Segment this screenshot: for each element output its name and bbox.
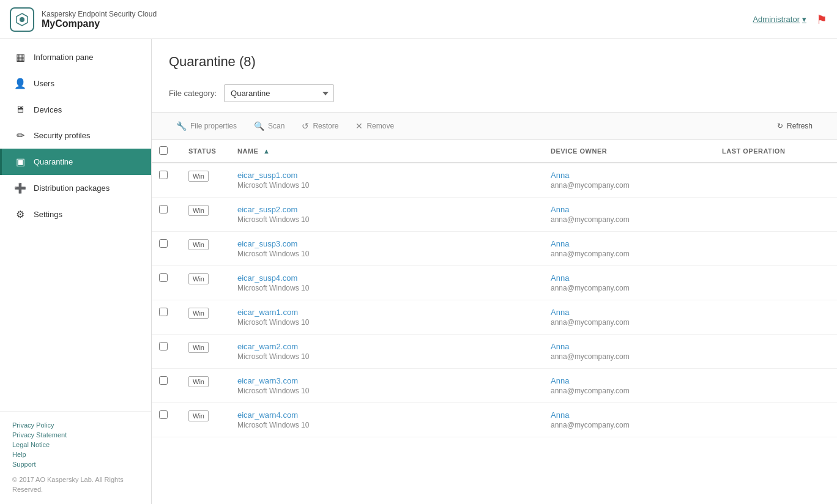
file-name-3[interactable]: eicar_susp4.com	[237, 273, 536, 283]
sidebar-item-label-settings: Settings	[34, 210, 62, 219]
win-badge: Win	[188, 273, 209, 284]
sidebar-support-link[interactable]: Support	[12, 461, 139, 468]
filter-bar: File category: Quarantine Backup All	[152, 80, 837, 112]
table-row: Wineicar_warn2.comMicrosoft Windows 10An…	[152, 335, 837, 369]
sidebar-item-label-devices: Devices	[34, 105, 62, 114]
scan-button[interactable]: 🔍 Scan	[247, 117, 292, 135]
table-row: Wineicar_susp1.comMicrosoft Windows 10An…	[152, 163, 837, 198]
sidebar-privacy-statement-link[interactable]: Privacy Statement	[12, 431, 139, 439]
sidebar-item-distribution-packages[interactable]: ➕Distribution packages	[0, 175, 151, 201]
table-row: Wineicar_warn1.comMicrosoft Windows 10An…	[152, 300, 837, 335]
flag-icon[interactable]: ⚑	[816, 12, 827, 27]
file-os-1: Microsoft Windows 10	[237, 215, 536, 224]
row-last-operation-4	[715, 300, 837, 335]
content-area: Quarantine (8) File category: Quarantine…	[152, 39, 837, 504]
row-name-cell-7: eicar_warn4.comMicrosoft Windows 10	[230, 403, 543, 437]
sidebar-item-label-information-pane: Information pane	[34, 53, 94, 62]
sidebar-help-link[interactable]: Help	[12, 451, 139, 458]
chevron-down-icon: ▾	[802, 15, 806, 24]
restore-button[interactable]: ↺ Restore	[294, 117, 346, 135]
row-status-0: Win	[181, 163, 230, 198]
main-layout: ▦Information pane👤Users🖥Devices✏Security…	[0, 39, 837, 504]
row-checkbox-1[interactable]	[159, 205, 168, 213]
header-name[interactable]: NAME ▲	[230, 140, 543, 163]
file-name-2[interactable]: eicar_susp3.com	[237, 239, 536, 248]
win-badge: Win	[188, 308, 209, 319]
row-checkbox-cell-6	[152, 369, 181, 403]
sidebar-privacy-policy-link[interactable]: Privacy Policy	[12, 421, 139, 429]
page-header: Quarantine (8)	[152, 39, 837, 80]
select-all-checkbox[interactable]	[159, 146, 168, 155]
sidebar-item-security-profiles[interactable]: ✏Security profiles	[0, 122, 151, 149]
file-name-7[interactable]: eicar_warn4.com	[237, 410, 536, 420]
row-owner-cell-6: Annaanna@mycompany.com	[543, 369, 715, 403]
row-checkbox-cell-0	[152, 163, 181, 198]
file-os-2: Microsoft Windows 10	[237, 250, 536, 258]
row-name-cell-0: eicar_susp1.comMicrosoft Windows 10	[230, 163, 543, 198]
sidebar-nav: ▦Information pane👤Users🖥Devices✏Security…	[0, 39, 151, 411]
row-checkbox-4[interactable]	[159, 308, 168, 316]
owner-email-3: anna@mycompany.com	[551, 284, 707, 292]
win-badge: Win	[188, 171, 209, 182]
file-os-5: Microsoft Windows 10	[237, 352, 536, 361]
owner-name-6[interactable]: Anna	[551, 376, 707, 385]
sidebar-item-users[interactable]: 👤Users	[0, 70, 151, 97]
header-checkbox-col	[152, 140, 181, 163]
sidebar-item-quarantine[interactable]: ▣Quarantine	[0, 149, 151, 175]
owner-name-4[interactable]: Anna	[551, 308, 707, 317]
owner-name-2[interactable]: Anna	[551, 239, 707, 248]
file-name-6[interactable]: eicar_warn3.com	[237, 376, 536, 385]
refresh-button[interactable]: ↻ Refresh	[770, 118, 820, 134]
svg-point-0	[20, 17, 24, 22]
file-name-4[interactable]: eicar_warn1.com	[237, 308, 536, 317]
search-icon: 🔍	[254, 121, 264, 131]
refresh-label: Refresh	[787, 122, 813, 130]
row-checkbox-0[interactable]	[159, 171, 168, 179]
file-category-select[interactable]: Quarantine Backup All	[224, 84, 334, 102]
owner-email-1: anna@mycompany.com	[551, 215, 707, 224]
table-header-row: Status NAME ▲ Device owner Last operatio…	[152, 140, 837, 163]
table-row: Wineicar_susp2.comMicrosoft Windows 10An…	[152, 198, 837, 232]
sidebar-item-label-users: Users	[34, 79, 54, 88]
row-status-3: Win	[181, 266, 230, 300]
file-name-1[interactable]: eicar_susp2.com	[237, 205, 536, 214]
row-status-5: Win	[181, 335, 230, 369]
owner-name-1[interactable]: Anna	[551, 205, 707, 214]
distribution-packages-icon: ➕	[14, 182, 26, 194]
header-last-operation: Last operation	[715, 140, 837, 163]
owner-name-5[interactable]: Anna	[551, 342, 707, 351]
sidebar-legal-notice-link[interactable]: Legal Notice	[12, 441, 139, 448]
company-name: MyCompany	[42, 18, 157, 29]
owner-name-3[interactable]: Anna	[551, 273, 707, 283]
row-name-cell-5: eicar_warn2.comMicrosoft Windows 10	[230, 335, 543, 369]
sidebar-item-information-pane[interactable]: ▦Information pane	[0, 44, 151, 70]
owner-name-0[interactable]: Anna	[551, 171, 707, 180]
table-row: Wineicar_susp3.comMicrosoft Windows 10An…	[152, 232, 837, 266]
row-checkbox-6[interactable]	[159, 376, 168, 385]
file-name-0[interactable]: eicar_susp1.com	[237, 171, 536, 180]
file-properties-button[interactable]: 🔧 File properties	[169, 117, 244, 135]
row-status-6: Win	[181, 369, 230, 403]
row-owner-cell-7: Annaanna@mycompany.com	[543, 403, 715, 437]
header-device-owner: Device owner	[543, 140, 715, 163]
remove-label: Remove	[366, 122, 394, 130]
file-name-5[interactable]: eicar_warn2.com	[237, 342, 536, 351]
remove-button[interactable]: ✕ Remove	[348, 117, 401, 135]
users-icon: 👤	[14, 78, 26, 89]
row-owner-cell-2: Annaanna@mycompany.com	[543, 232, 715, 266]
row-checkbox-cell-4	[152, 300, 181, 335]
owner-email-7: anna@mycompany.com	[551, 421, 707, 429]
settings-icon: ⚙	[14, 209, 26, 220]
row-checkbox-5[interactable]	[159, 342, 168, 350]
row-checkbox-3[interactable]	[159, 273, 168, 282]
row-checkbox-7[interactable]	[159, 410, 168, 419]
security-profiles-icon: ✏	[14, 130, 26, 141]
file-os-4: Microsoft Windows 10	[237, 318, 536, 327]
sidebar-item-devices[interactable]: 🖥Devices	[0, 97, 151, 122]
owner-name-7[interactable]: Anna	[551, 410, 707, 420]
admin-button[interactable]: Administrator ▾	[753, 15, 806, 24]
sidebar-item-settings[interactable]: ⚙Settings	[0, 201, 151, 228]
owner-email-5: anna@mycompany.com	[551, 352, 707, 361]
row-checkbox-2[interactable]	[159, 239, 168, 248]
row-checkbox-cell-5	[152, 335, 181, 369]
